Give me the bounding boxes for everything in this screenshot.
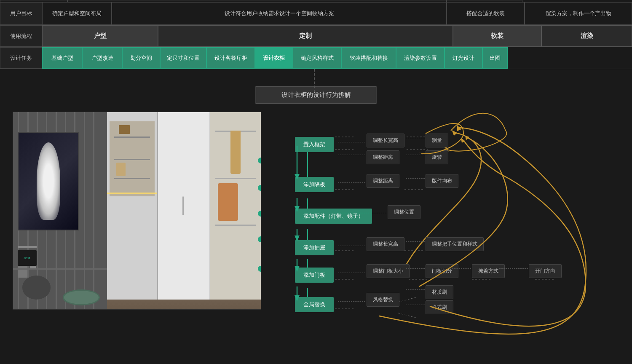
svg-marker-28 bbox=[457, 125, 461, 131]
line-距离-版件 bbox=[406, 178, 425, 179]
task-cell-divide[interactable]: 划分空间 bbox=[122, 47, 160, 69]
line-框架-距离 bbox=[338, 155, 365, 155]
sub-开门方向: 开门方向 bbox=[529, 264, 562, 278]
sub-调整位置: 调整位置 bbox=[388, 205, 420, 219]
row-flow: 使用流程 户型 定制 软装 渲染 bbox=[0, 25, 632, 47]
svg-line-14 bbox=[398, 297, 417, 302]
line-替换-风格 bbox=[338, 301, 365, 302]
line-门板大小-切分 bbox=[406, 268, 425, 269]
sub-测量: 测量 bbox=[426, 134, 448, 147]
line-门板-门板大小 bbox=[338, 273, 365, 273]
sub-调整距离-隔板: 调整距离 bbox=[367, 174, 399, 188]
task-cell-wardrobe[interactable]: 设计衣柜 bbox=[255, 47, 293, 69]
line-隔板-距离 bbox=[338, 182, 365, 183]
task-cell-basic[interactable]: 基础户型 bbox=[42, 47, 82, 69]
line-长宽高-测量 bbox=[406, 138, 425, 138]
line-掩盖-开门 bbox=[499, 268, 528, 269]
user-goal-cell-soft: 搭配合适的软装 bbox=[447, 2, 525, 25]
dot-3 bbox=[258, 211, 261, 217]
room-image: 8:31 bbox=[13, 112, 261, 310]
sub-版件均布: 版件均布 bbox=[426, 174, 458, 188]
line-抽屉-长宽高 bbox=[338, 246, 365, 246]
action-添加抽屉[interactable]: 添加抽屉 bbox=[295, 240, 334, 255]
user-goal-cell-render: 渲染方案，制作一个产出物 bbox=[525, 2, 632, 25]
sub-门板切分: 门板切分 bbox=[426, 264, 458, 278]
action-添加配件[interactable]: 添加配件（灯带、镜子） bbox=[295, 209, 372, 224]
sub-调整距离-框架: 调整距离 bbox=[367, 150, 399, 164]
sub-掩盖方式: 掩盖方式 bbox=[472, 264, 505, 278]
line-距离-旋转 bbox=[406, 155, 425, 155]
task-cell-render-param[interactable]: 渲染参数设置 bbox=[396, 47, 445, 69]
line-配件-位置 bbox=[338, 213, 386, 213]
sub-调整门板大小: 调整门板大小 bbox=[367, 264, 410, 278]
action-添加门板[interactable]: 添加门板 bbox=[295, 268, 334, 283]
task-cell-style[interactable]: 确定风格样式 bbox=[293, 47, 341, 69]
svg-line-15 bbox=[398, 313, 417, 318]
dashed-line-top bbox=[314, 69, 315, 92]
task-cell-cabinet[interactable]: 设计客餐厅柜 bbox=[206, 47, 255, 69]
sub-样式刷: 样式刷 bbox=[426, 300, 453, 314]
row-label-tasks: 设计任务 bbox=[0, 47, 42, 69]
task-cell-soft-match[interactable]: 软装搭配和替换 bbox=[341, 47, 396, 69]
line-风格-材质 bbox=[406, 289, 425, 290]
dot-2 bbox=[258, 185, 261, 191]
row-label-flow: 使用流程 bbox=[0, 25, 42, 47]
flow-cell-huxing: 户型 bbox=[42, 25, 158, 47]
task-cell-modify[interactable]: 户型改造 bbox=[82, 47, 122, 69]
user-goal-cell-design: 设计符合用户收纳需求设计一个空间收纳方案 bbox=[112, 2, 447, 25]
sub-调整长宽高-框架: 调整长宽高 bbox=[367, 134, 404, 147]
svg-marker-30 bbox=[465, 136, 469, 140]
action-添加隔板[interactable]: 添加隔板 bbox=[295, 177, 334, 192]
flow-cell-render: 渲染 bbox=[541, 25, 632, 47]
sub-旋转: 旋转 bbox=[426, 150, 448, 164]
dot-5 bbox=[258, 266, 261, 272]
sub-材质刷: 材质刷 bbox=[426, 285, 453, 299]
svg-marker-31 bbox=[461, 138, 465, 143]
dot-1 bbox=[258, 158, 261, 163]
flow-cell-soft: 软装 bbox=[453, 25, 541, 47]
task-cell-light[interactable]: 灯光设计 bbox=[445, 47, 482, 69]
row-tasks: 设计任务 基础户型 户型改造 划分空间 定尺寸和位置 设计客餐厅柜 设计衣柜 确… bbox=[0, 47, 632, 69]
line-长宽高-把手 bbox=[406, 241, 425, 242]
sub-风格替换: 风格替换 bbox=[367, 293, 399, 307]
flow-cell-custom: 定制 bbox=[158, 25, 453, 47]
sub-调整长宽高-抽屉: 调整长宽高 bbox=[367, 237, 404, 251]
action-置入框架[interactable]: 置入框架 bbox=[295, 137, 334, 152]
row-user-goal: 用户目标 确定户型和空间布局 设计符合用户收纳需求设计一个空间收纳方案 搭配合适… bbox=[0, 2, 632, 25]
row-label-user-goal: 用户目标 bbox=[0, 2, 42, 25]
line-框架-长宽高 bbox=[338, 142, 365, 142]
center-title: 设计衣柜的设计行为拆解 bbox=[256, 86, 377, 104]
user-goal-cell-layout: 确定户型和空间布局 bbox=[42, 2, 112, 25]
line-风格-样式 bbox=[406, 305, 425, 305]
task-cell-size[interactable]: 定尺寸和位置 bbox=[160, 47, 206, 69]
dot-4 bbox=[258, 236, 261, 242]
svg-marker-27 bbox=[452, 129, 458, 136]
action-全局替换[interactable]: 全局替换 bbox=[295, 297, 334, 312]
task-cell-output[interactable]: 出图 bbox=[482, 47, 508, 69]
sub-调整把手: 调整把手位置和样式 bbox=[426, 237, 484, 251]
line-切分-掩盖 bbox=[452, 268, 471, 269]
